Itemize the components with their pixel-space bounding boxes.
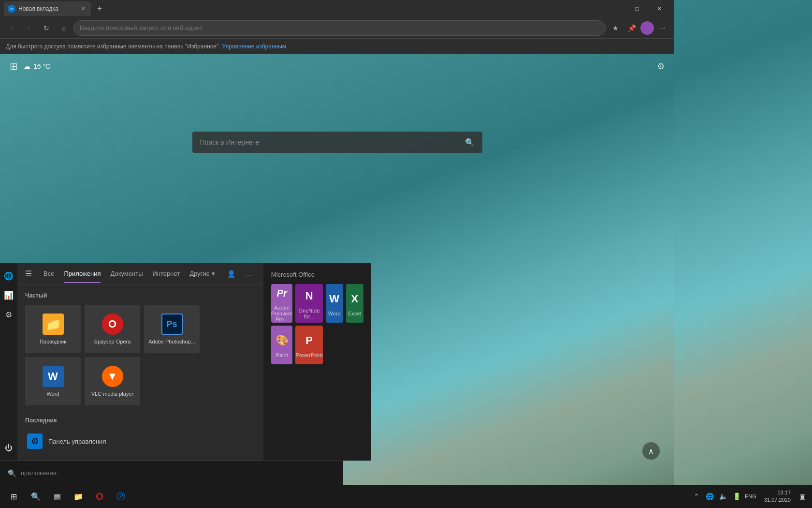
frequent-title: Частый xyxy=(25,292,256,299)
office-tile-powerpoint[interactable]: P PowerPoint xyxy=(295,326,322,364)
taskbar-clock[interactable]: 13:17 31.07.2020 xyxy=(760,489,795,504)
office-tile-paint[interactable]: 🎨 Paint xyxy=(271,326,293,364)
start-menu-main: 🌐 📊 ⚙ ⏻ ☰ Все Приложения Документы Интер… xyxy=(0,263,343,461)
control-panel-label: Панель управления xyxy=(48,438,106,445)
sidebar-icon-settings[interactable]: ⚙ xyxy=(0,306,17,323)
office-apps-grid: Pr Adobe Premiere Pro... N OneNote for..… xyxy=(271,284,363,364)
new-tab-button[interactable]: + xyxy=(93,2,106,15)
nav-bar: ‹ › ↻ ⌂ ★ 📌 ··· xyxy=(0,17,674,39)
explorer-icon: 📁 xyxy=(43,314,64,335)
office-tile-excel[interactable]: X Excel xyxy=(346,284,363,323)
battery-icon[interactable]: 🔋 xyxy=(731,491,743,502)
office-tile-word[interactable]: W Word xyxy=(326,284,343,323)
tab-apps[interactable]: Приложения xyxy=(64,268,101,279)
app-tile-word[interactable]: W Word xyxy=(25,357,81,405)
app-tile-vlc[interactable]: ▼ VLC media player xyxy=(85,357,140,405)
search-bar[interactable]: 🔍 xyxy=(192,132,482,153)
task-view-button[interactable]: ▦ xyxy=(46,486,68,507)
more-options-button[interactable]: … xyxy=(242,267,256,281)
apps-panel: ☰ Все Приложения Документы Интернет Друг… xyxy=(17,263,263,461)
onenote-icon: N xyxy=(301,287,318,305)
weather-widget: ☁ 16 °C xyxy=(24,62,50,70)
tab-all[interactable]: Все xyxy=(44,268,54,279)
paint-label: Paint xyxy=(276,352,288,358)
manage-favorites-link[interactable]: Управление избранным xyxy=(222,43,286,50)
maximize-button[interactable]: □ xyxy=(626,0,648,17)
opera-taskbar-button[interactable]: O xyxy=(89,486,110,507)
edge-taskbar-button[interactable]: Ⓟ xyxy=(110,486,131,507)
premiere-icon: Pr xyxy=(273,284,290,302)
office-panel-title: Microsoft Office xyxy=(271,271,363,278)
vlc-icon: ▼ xyxy=(102,366,123,387)
tab-more-arrow: ▾ xyxy=(212,270,215,277)
notification-button[interactable]: ▣ xyxy=(795,485,810,508)
app-tile-explorer[interactable]: 📁 Проводник xyxy=(25,305,81,353)
tab-more-label: Другие xyxy=(189,270,210,277)
photoshop-label: Adobe Photoshop... xyxy=(148,339,195,344)
word-label: Word xyxy=(46,391,59,397)
word-icon: W xyxy=(43,366,64,387)
start-sidebar: 🌐 📊 ⚙ ⏻ xyxy=(0,263,17,461)
office-tile-onenote[interactable]: N OneNote for... xyxy=(295,284,322,323)
tab-close-button[interactable]: ✕ xyxy=(79,5,87,13)
opera-icon: O xyxy=(102,314,123,335)
sidebar-icon-power[interactable]: ⏻ xyxy=(0,439,17,457)
search-input[interactable] xyxy=(200,138,459,146)
sidebar-icon-globe[interactable]: 🌐 xyxy=(0,267,17,284)
excel-icon: X xyxy=(346,290,363,308)
tab-favicon: e xyxy=(8,5,15,13)
title-bar: e Новая вкладка ✕ + – □ ✕ xyxy=(0,0,674,17)
onenote-label: OneNote for... xyxy=(295,308,322,319)
scroll-up-button[interactable]: ∧ xyxy=(642,442,660,460)
tab-web[interactable]: Интернет xyxy=(152,268,180,279)
search-container: 🔍 xyxy=(192,132,482,153)
address-bar[interactable] xyxy=(73,20,606,36)
start-button[interactable]: ⊞ xyxy=(2,485,25,508)
network-icon[interactable]: 🌐 xyxy=(704,491,716,502)
profile-button[interactable] xyxy=(640,21,654,35)
office-panel: Microsoft Office Pr Adobe Premiere Pro..… xyxy=(263,263,371,461)
tab-more[interactable]: Другие ▾ xyxy=(189,270,215,277)
apps-tabs-header: ☰ Все Приложения Документы Интернет Друг… xyxy=(17,263,263,284)
favorites-bar: Для быстрого доступа поместите избранные… xyxy=(0,39,674,54)
expand-tray-button[interactable]: ⌃ xyxy=(691,491,702,502)
close-button[interactable]: ✕ xyxy=(648,0,670,17)
recent-item-control-panel[interactable]: ⚙ Панель управления xyxy=(25,430,256,453)
powerpoint-label: PowerPoint xyxy=(295,352,322,358)
grid-icon[interactable]: ⊞ xyxy=(10,60,18,72)
new-tab-topbar: ⊞ ☁ 16 °C ⚙ xyxy=(0,54,674,78)
volume-icon[interactable]: 🔈 xyxy=(718,491,729,502)
user-icon-button[interactable]: 👤 xyxy=(225,267,238,281)
minimize-button[interactable]: – xyxy=(604,0,626,17)
more-button[interactable]: ··· xyxy=(655,20,670,36)
new-tab-settings-icon[interactable]: ⚙ xyxy=(657,61,665,72)
hamburger-button[interactable]: ☰ xyxy=(25,269,32,278)
file-explorer-button[interactable]: 📁 xyxy=(68,486,89,507)
app-tile-photoshop[interactable]: Ps Adobe Photoshop... xyxy=(144,305,200,353)
language-indicator[interactable]: ENG xyxy=(745,491,756,502)
active-tab[interactable]: e Новая вкладка ✕ xyxy=(4,1,91,16)
vlc-label: VLC media player xyxy=(91,391,133,397)
weather-temp: 16 °C xyxy=(33,62,50,70)
opera-label: Браузер Opera xyxy=(94,339,131,344)
office-tile-premiere[interactable]: Pr Adobe Premiere Pro... xyxy=(271,284,293,323)
start-search-input[interactable] xyxy=(21,469,335,477)
favorites-button[interactable]: ★ xyxy=(608,20,623,36)
taskbar-search-button[interactable]: 🔍 xyxy=(25,486,46,507)
start-search-icon: 🔍 xyxy=(8,469,16,477)
taskbar: ⊞ 🔍 ▦ 📁 O Ⓟ ⌃ 🌐 🔈 🔋 ENG 13:17 31.07.2020… xyxy=(0,485,812,508)
tab-docs[interactable]: Документы xyxy=(110,268,143,279)
address-input[interactable] xyxy=(80,24,599,31)
home-button[interactable]: ⌂ xyxy=(56,20,72,36)
paint-icon: 🎨 xyxy=(273,332,290,349)
powerpoint-icon: P xyxy=(301,332,318,349)
photoshop-icon: Ps xyxy=(161,314,183,335)
app-tile-opera[interactable]: O Браузер Opera xyxy=(85,305,140,353)
refresh-button[interactable]: ↻ xyxy=(39,20,54,36)
frequent-apps-grid: 📁 Проводник O Браузер Opera xyxy=(25,305,256,405)
back-button[interactable]: ‹ xyxy=(4,20,19,36)
collections-button[interactable]: 📌 xyxy=(624,20,639,36)
sidebar-icon-chart[interactable]: 📊 xyxy=(0,286,17,304)
forward-button[interactable]: › xyxy=(21,20,37,36)
weather-icon: ☁ xyxy=(24,62,30,70)
